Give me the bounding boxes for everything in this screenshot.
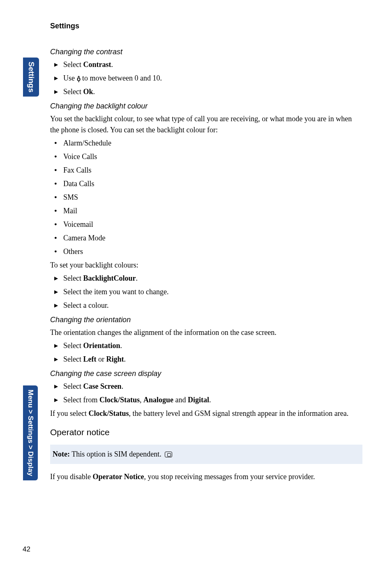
- paragraph: To set your backlight colours:: [50, 260, 362, 271]
- sidebar-tab-breadcrumb: Menu > Settings > Display: [23, 385, 38, 480]
- bold-text: Analogue: [143, 396, 173, 404]
- text: Select from: [63, 396, 99, 404]
- page-number: 42: [23, 544, 30, 555]
- bold-text: Right: [106, 355, 124, 363]
- bold-text: Operator Notice: [92, 473, 144, 481]
- text: to move between 0 and 10.: [81, 74, 162, 82]
- text: Select: [63, 60, 83, 69]
- list-item: Voicemail: [54, 219, 362, 230]
- text: If you select: [50, 409, 88, 418]
- steps-contrast: Select Contrast. Use ộ to move between 0…: [50, 59, 362, 97]
- text: Select: [63, 382, 83, 390]
- text: , you stop receiving messages from your …: [144, 473, 315, 481]
- text: .: [120, 341, 122, 350]
- text: .: [136, 274, 138, 282]
- list-item: Others: [54, 246, 362, 257]
- bold-text: BacklightColour: [83, 274, 136, 282]
- note-box: Note: This option is SIM dependent.: [50, 445, 362, 464]
- step-item: Use ộ to move between 0 and 10.: [54, 73, 362, 84]
- list-item: Voice Calls: [54, 151, 362, 162]
- list-item: Alarm/Schedule: [54, 138, 362, 149]
- text: .: [111, 60, 113, 69]
- step-item: Select Ok.: [54, 86, 362, 97]
- bold-text: Left: [83, 355, 96, 363]
- step-item: Select Orientation.: [54, 340, 362, 351]
- text: Select: [63, 274, 83, 282]
- text: Select: [63, 355, 83, 363]
- steps-backlight: Select BacklightColour. Select the item …: [50, 273, 362, 311]
- paragraph: If you disable Operator Notice, you stop…: [50, 471, 362, 482]
- steps-casescreen: Select Case Screen. Select from Clock/St…: [50, 381, 362, 406]
- text: Use: [63, 74, 77, 82]
- bold-text: Clock/Status: [99, 396, 140, 404]
- sidebar-tab-settings: Settings: [23, 58, 39, 97]
- bold-text: Contrast: [83, 60, 111, 69]
- sim-icon: [165, 452, 172, 457]
- bullet-list-backlight: Alarm/Schedule Voice Calls Fax Calls Dat…: [50, 138, 362, 257]
- paragraph: The orientation changes the alignment of…: [50, 327, 362, 338]
- text: .: [124, 355, 126, 363]
- text: Select: [63, 88, 83, 96]
- heading-casescreen: Changing the case screen display: [50, 368, 362, 379]
- text: Select: [63, 341, 83, 350]
- text: or: [96, 355, 106, 363]
- bold-text: Orientation: [83, 341, 120, 350]
- list-item: SMS: [54, 192, 362, 203]
- heading-backlight: Changing the backlight colour: [50, 101, 362, 112]
- heading-operator-notice: Operator notice: [50, 426, 362, 439]
- text: .: [122, 382, 124, 390]
- list-item: Fax Calls: [54, 165, 362, 176]
- page-title: Settings: [50, 21, 362, 32]
- bold-text: Clock/Status: [88, 409, 129, 418]
- step-item: Select from Clock/Status, Analogue and D…: [54, 394, 362, 406]
- steps-orientation: Select Orientation. Select Left or Right…: [50, 340, 362, 365]
- text: , the battery level and GSM signal stren…: [129, 409, 348, 418]
- list-item: Camera Mode: [54, 233, 362, 244]
- paragraph: If you select Clock/Status, the battery …: [50, 408, 362, 419]
- note-label: Note:: [53, 450, 70, 458]
- bold-text: Digital: [188, 396, 209, 404]
- step-item: Select a colour.: [54, 300, 362, 311]
- step-item: Select Contrast.: [54, 59, 362, 70]
- list-item: Data Calls: [54, 178, 362, 189]
- note-text: This option is SIM dependent.: [70, 450, 163, 458]
- text: If you disable: [50, 473, 92, 481]
- step-item: Select BacklightColour.: [54, 273, 362, 284]
- paragraph: You set the backlight colour, to see wha…: [50, 113, 362, 136]
- text: ,: [140, 396, 143, 404]
- text: .: [209, 396, 211, 404]
- heading-contrast: Changing the contrast: [50, 46, 362, 58]
- document-content: Settings Changing the contrast Select Co…: [50, 21, 362, 484]
- bold-text: Ok: [83, 88, 93, 96]
- step-item: Select Case Screen.: [54, 381, 362, 392]
- nav-up-down-icon: ộ: [77, 74, 81, 84]
- text: and: [173, 396, 188, 404]
- list-item: Mail: [54, 205, 362, 217]
- text: .: [93, 88, 95, 96]
- bold-text: Case Screen: [83, 382, 121, 390]
- heading-orientation: Changing the orientation: [50, 314, 362, 325]
- step-item: Select the item you want to change.: [54, 286, 362, 298]
- step-item: Select Left or Right.: [54, 354, 362, 365]
